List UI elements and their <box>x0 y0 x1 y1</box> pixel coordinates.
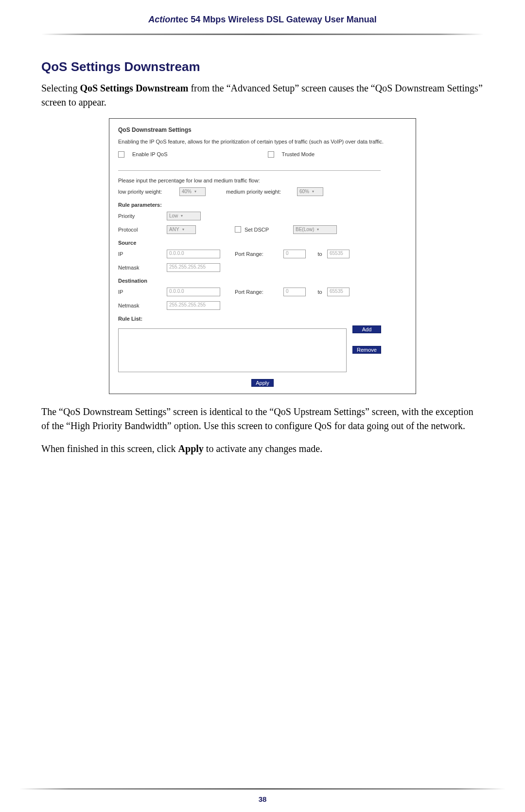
dst-port-to-input[interactable]: 65535 <box>327 288 350 296</box>
enable-ip-qos-label: Enable IP QoS <box>132 151 168 157</box>
priority-select[interactable]: Low ▾ <box>167 212 201 220</box>
dst-ip-input[interactable]: 0.0.0.0 <box>167 288 220 296</box>
header-rule <box>41 34 484 35</box>
brand-rest: tec <box>175 15 188 24</box>
dest-heading: Destination <box>118 278 407 284</box>
chevron-down-icon: ▾ <box>181 214 183 218</box>
brand-italic: Action <box>148 15 175 24</box>
low-weight-value: 40% <box>182 189 192 194</box>
chevron-down-icon: ▾ <box>317 227 319 232</box>
pct-prompt: Please input the percentage for low and … <box>118 178 407 183</box>
ss-desc: Enabling the IP QoS feature, allows for … <box>118 138 407 145</box>
apply-paragraph: When finished in this screen, click Appl… <box>41 442 484 456</box>
src-netmask-label: Netmask <box>118 265 167 271</box>
rule-list-box[interactable] <box>118 328 347 372</box>
enable-ip-qos-checkbox[interactable] <box>118 151 124 158</box>
priority-value: Low <box>169 213 178 218</box>
ss-title: QoS Downstream Settings <box>118 126 407 133</box>
src-port-from-input[interactable]: 0 <box>283 250 306 258</box>
header-title: Actiontec 54 Mbps Wireless DSL Gateway U… <box>148 15 377 24</box>
trusted-mode-label: Trusted Mode <box>282 151 315 157</box>
src-port-range-label: Port Range: <box>235 251 283 257</box>
header-title-rest: 54 Mbps Wireless DSL Gateway User Manual <box>188 15 377 24</box>
trusted-mode-checkbox[interactable] <box>268 151 274 158</box>
add-button[interactable]: Add <box>352 325 381 333</box>
dst-netmask-label: Netmask <box>118 303 167 308</box>
dst-port-from-input[interactable]: 0 <box>283 288 306 296</box>
description-paragraph: The “QoS Downstream Settings” screen is … <box>41 405 484 433</box>
divider <box>118 170 381 171</box>
para3-post: to activate any changes made. <box>204 443 322 454</box>
remove-button[interactable]: Remove <box>352 346 381 354</box>
chevron-down-icon: ▾ <box>312 189 314 194</box>
protocol-select[interactable]: ANY ▾ <box>167 225 196 234</box>
para1-bold: QoS Settings Downstream <box>80 83 188 93</box>
set-dscp-label: Set DSCP <box>245 227 293 233</box>
dst-netmask-input[interactable]: 255.255.255.255 <box>167 301 220 310</box>
med-weight-value: 60% <box>299 189 309 194</box>
dscp-value: BE(Low) <box>296 227 314 232</box>
low-weight-label: low priority weight: <box>118 189 176 195</box>
priority-label: Priority <box>118 213 164 219</box>
protocol-value: ANY <box>169 227 179 232</box>
apply-button[interactable]: Apply <box>251 379 274 387</box>
rule-list-heading: Rule List: <box>118 316 407 322</box>
para1-pre: Selecting <box>41 83 80 93</box>
med-weight-select[interactable]: 60% ▾ <box>297 187 323 196</box>
page-number: 38 <box>0 795 525 803</box>
src-ip-input[interactable]: 0.0.0.0 <box>167 250 220 258</box>
footer-rule <box>19 788 506 790</box>
med-weight-label: medium priority weight: <box>226 189 294 195</box>
src-port-to-input[interactable]: 65535 <box>327 250 350 258</box>
low-weight-select[interactable]: 40% ▾ <box>179 187 206 196</box>
dscp-select[interactable]: BE(Low) ▾ <box>293 225 337 234</box>
rule-params-heading: Rule parameters: <box>118 202 407 208</box>
intro-paragraph: Selecting QoS Settings Downstream from t… <box>41 81 484 109</box>
src-ip-label: IP <box>118 251 167 257</box>
set-dscp-checkbox[interactable] <box>235 226 241 233</box>
protocol-label: Protocol <box>118 227 167 233</box>
para3-pre: When finished in this screen, click <box>41 443 178 454</box>
src-netmask-input[interactable]: 255.255.255.255 <box>167 263 220 272</box>
chevron-down-icon: ▾ <box>182 227 184 232</box>
para3-bold: Apply <box>178 443 204 454</box>
dst-ip-label: IP <box>118 289 167 295</box>
source-heading: Source <box>118 240 407 246</box>
page-header: Actiontec 54 Mbps Wireless DSL Gateway U… <box>41 0 484 30</box>
src-to-label: to <box>313 251 327 257</box>
dst-port-range-label: Port Range: <box>235 289 283 295</box>
dst-to-label: to <box>313 289 327 295</box>
chevron-down-icon: ▾ <box>194 189 196 194</box>
section-heading: QoS Settings Downstream <box>41 59 484 74</box>
qos-screenshot: QoS Downstream Settings Enabling the IP … <box>109 118 416 394</box>
